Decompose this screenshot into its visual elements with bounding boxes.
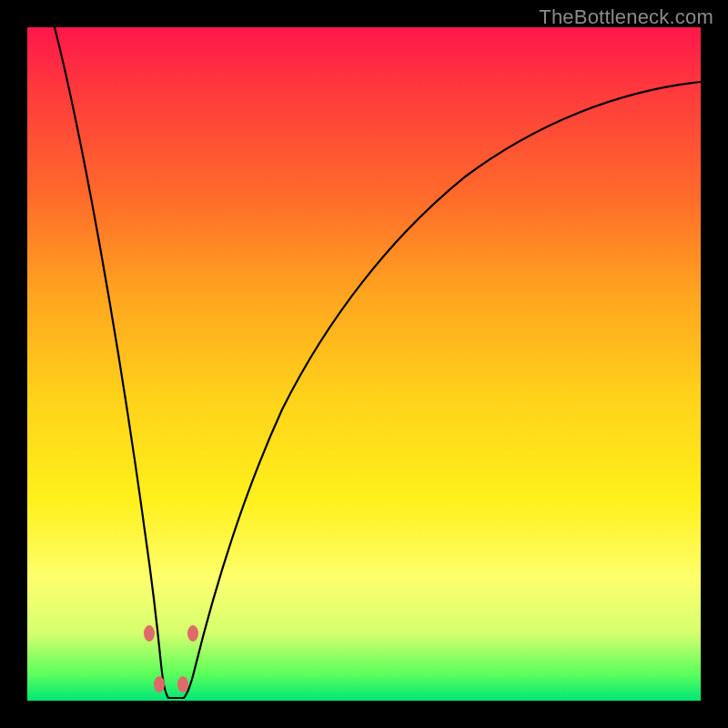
curve-marker [187,625,198,642]
plot-area [27,27,701,701]
bottleneck-curve [55,27,701,698]
curve-layer [27,27,701,701]
curve-marker [144,625,155,642]
chart-frame: TheBottleneck.com [0,0,728,728]
curve-marker [177,676,188,693]
curve-marker [154,676,165,693]
watermark-text: TheBottleneck.com [539,5,713,29]
